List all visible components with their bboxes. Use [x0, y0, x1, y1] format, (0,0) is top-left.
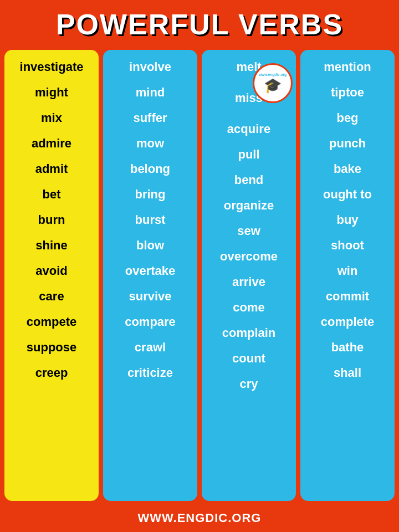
word-0-0: investigate	[7, 54, 96, 80]
footer-text: WWW.ENGDIC.ORG	[138, 511, 262, 525]
columns-container: investigatemightmixadmireadmitbetburnshi…	[0, 47, 399, 505]
word-2-6: sew	[204, 218, 294, 244]
word-2-3: pull	[204, 142, 294, 167]
page-title: POWERFUL VERBS	[6, 8, 393, 41]
word-3-4: bake	[303, 156, 392, 182]
column-col3: meltmiss www.engdic.org 🎓 acquirepullben…	[202, 50, 296, 501]
word-1-6: burst	[105, 207, 195, 233]
word-1-0: involve	[105, 54, 195, 80]
word-3-2: beg	[303, 105, 392, 131]
word-3-12: shall	[303, 360, 392, 386]
word-0-5: bet	[7, 182, 96, 207]
word-3-9: commit	[303, 284, 392, 309]
word-1-10: compare	[105, 309, 195, 335]
word-2-12: cry	[204, 371, 294, 397]
column-col4: mentiontiptoebegpunchbakeought tobuyshoo…	[300, 50, 395, 501]
word-0-6: burn	[7, 207, 96, 233]
word-0-11: suppose	[7, 335, 96, 360]
word-0-10: compete	[7, 309, 96, 335]
word-3-0: mention	[303, 54, 392, 80]
word-3-10: complete	[303, 309, 392, 335]
word-0-9: care	[7, 284, 96, 309]
word-1-9: survive	[105, 284, 195, 309]
word-0-7: shine	[7, 233, 96, 258]
word-1-8: overtake	[105, 258, 195, 284]
word-3-7: shoot	[303, 233, 392, 258]
word-0-2: mix	[7, 105, 96, 131]
word-2-10: complain	[204, 320, 294, 346]
word-3-1: tiptoe	[303, 80, 392, 105]
word-2-5: organize	[204, 193, 294, 218]
word-2-4: bend	[204, 167, 294, 193]
logo-word-row: miss www.engdic.org 🎓	[204, 80, 294, 116]
word-0-8: avoid	[7, 258, 96, 284]
word-1-3: mow	[105, 131, 195, 156]
word-1-5: bring	[105, 182, 195, 207]
word-2-8: arrive	[204, 269, 294, 295]
title-bar: POWERFUL VERBS	[0, 0, 399, 47]
word-1-4: belong	[105, 156, 195, 182]
word-3-6: buy	[303, 207, 392, 233]
word-2-9: come	[204, 295, 294, 320]
word-2-2: acquire	[204, 116, 294, 142]
word-0-12: creep	[7, 360, 96, 386]
word-2-7: overcome	[204, 244, 294, 269]
word-0-4: admit	[7, 156, 96, 182]
word-0-3: admire	[7, 131, 96, 156]
word-2-11: count	[204, 346, 294, 371]
logo-badge: www.engdic.org 🎓	[253, 63, 293, 103]
word-3-5: ought to	[303, 182, 392, 207]
word-3-8: win	[303, 258, 392, 284]
word-1-11: crawl	[105, 335, 195, 360]
word-0-1: might	[7, 80, 96, 105]
word-1-12: criticize	[105, 360, 195, 386]
column-col1: investigatemightmixadmireadmitbetburnshi…	[4, 50, 99, 501]
footer: WWW.ENGDIC.ORG	[0, 505, 399, 532]
column-col2: involvemindsuffermowbelongbringburstblow…	[103, 50, 197, 501]
word-1-2: suffer	[105, 105, 195, 131]
word-1-1: mind	[105, 80, 195, 105]
word-3-3: punch	[303, 131, 392, 156]
word-1-7: blow	[105, 233, 195, 258]
word-3-11: bathe	[303, 335, 392, 360]
